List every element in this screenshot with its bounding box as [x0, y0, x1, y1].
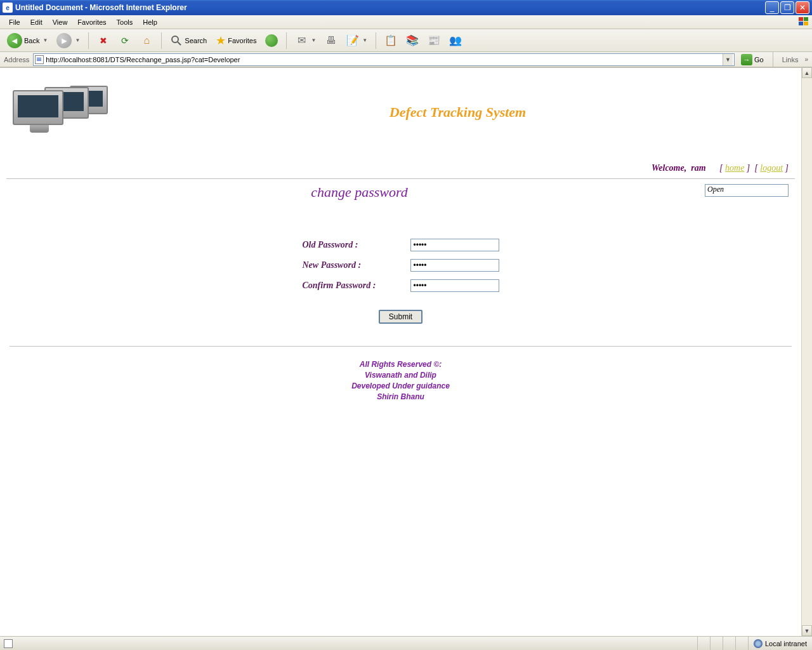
- svg-rect-1: [804, 17, 808, 21]
- menu-help[interactable]: Help: [138, 17, 162, 28]
- row-old-password: Old Password :: [303, 239, 499, 251]
- page-content: Defect Tracking System Welcome, ram [ ho…: [0, 68, 801, 409]
- footer-line1: All Rights Reserved ©:: [6, 359, 795, 370]
- zone-icon: [754, 639, 763, 648]
- chevron-down-icon: ▼: [75, 37, 80, 43]
- label-old-password: Old Password :: [303, 240, 410, 250]
- menu-view[interactable]: View: [48, 17, 73, 28]
- row-new-password: New Password :: [303, 259, 499, 272]
- go-label: Go: [754, 56, 764, 63]
- input-new-password[interactable]: [410, 259, 499, 272]
- print-icon: 🖶: [325, 34, 337, 47]
- close-button[interactable]: ✕: [796, 1, 809, 14]
- form-area: change password Old Password : New Passw…: [6, 184, 795, 324]
- go-button[interactable]: → Go: [738, 53, 766, 66]
- open-select[interactable]: Open: [705, 184, 789, 197]
- toolbar-separator: [773, 51, 773, 68]
- statusbar: Local intranet: [0, 636, 812, 650]
- page-header: Defect Tracking System: [6, 81, 795, 144]
- mail-icon: ✉: [295, 34, 308, 47]
- back-button[interactable]: ◄ Back ▼: [4, 31, 51, 50]
- svg-point-4: [172, 36, 178, 43]
- form-rows: Old Password : New Password : Confirm Pa…: [303, 239, 499, 324]
- home-button[interactable]: ⌂: [137, 32, 156, 49]
- history-button[interactable]: [262, 32, 281, 49]
- submit-row: Submit: [303, 310, 499, 324]
- chevron-down-icon: ▼: [43, 37, 48, 43]
- svg-rect-2: [799, 22, 803, 25]
- label-confirm-password: Confirm Password :: [303, 281, 410, 291]
- chevron-down-icon: ▼: [311, 37, 316, 43]
- favorites-label: Favorites: [228, 37, 256, 44]
- toolbar-separator: [88, 32, 89, 49]
- monitors-image: [6, 81, 121, 144]
- related-icon: 📰: [428, 34, 440, 47]
- form-title: change password: [0, 184, 795, 201]
- messenger-button[interactable]: 👥: [446, 32, 465, 49]
- refresh-icon: ⟳: [119, 34, 131, 47]
- mail-button[interactable]: ✉▼: [292, 32, 319, 49]
- edit-icon: 📝: [346, 34, 359, 47]
- toolbar: ◄ Back ▼ ► ▼ ✖ ⟳ ⌂ Search ★ Favorites ✉▼…: [0, 29, 812, 52]
- vertical-scrollbar[interactable]: ▲ ▼: [801, 67, 812, 636]
- research-button[interactable]: 📚: [403, 32, 422, 49]
- window-title: Untitled Document - Microsoft Internet E…: [15, 3, 765, 12]
- discuss-button[interactable]: 📋: [381, 32, 400, 49]
- toolbar-separator: [161, 32, 162, 49]
- svg-rect-0: [799, 17, 803, 21]
- toolbar-separator: [286, 32, 287, 49]
- ie-icon: e: [3, 3, 13, 13]
- stop-button[interactable]: ✖: [94, 32, 113, 49]
- window-titlebar: e Untitled Document - Microsoft Internet…: [0, 0, 812, 15]
- search-label: Search: [185, 37, 207, 44]
- window-buttons: _ ❐ ✕: [765, 1, 809, 14]
- welcome-bar: Welcome, ram [ home ] [ logout ]: [6, 163, 795, 179]
- label-new-password: New Password :: [303, 260, 410, 270]
- scroll-up-button[interactable]: ▲: [802, 67, 812, 78]
- address-label: Address: [4, 56, 29, 63]
- menu-tools[interactable]: Tools: [112, 17, 138, 28]
- address-input-wrap[interactable]: ▼: [33, 53, 735, 66]
- favorites-button[interactable]: ★ Favorites: [213, 32, 259, 50]
- zone-label: Local intranet: [765, 640, 807, 647]
- submit-button[interactable]: Submit: [379, 310, 422, 324]
- windows-flag-icon: [798, 17, 809, 27]
- row-confirm-password: Confirm Password :: [303, 279, 499, 292]
- related-button[interactable]: 📰: [424, 32, 443, 49]
- input-old-password[interactable]: [410, 239, 499, 251]
- history-icon: [265, 34, 278, 47]
- maximize-button[interactable]: ❐: [780, 1, 794, 14]
- toolbar-separator: [376, 32, 376, 49]
- address-input[interactable]: [46, 56, 723, 63]
- logout-link[interactable]: logout: [760, 163, 783, 173]
- star-icon: ★: [216, 34, 226, 48]
- print-button[interactable]: 🖶: [322, 32, 341, 49]
- links-label[interactable]: Links: [780, 56, 801, 63]
- chevron-down-icon: ▼: [362, 37, 367, 43]
- home-link[interactable]: home: [725, 163, 744, 173]
- links-expand-icon[interactable]: »: [804, 56, 808, 63]
- forward-button[interactable]: ► ▼: [53, 31, 83, 50]
- statusbar-separators: [697, 637, 748, 651]
- menu-edit[interactable]: Edit: [25, 17, 48, 28]
- divider: [10, 346, 792, 347]
- welcome-label: Welcome, ram: [652, 163, 706, 173]
- messenger-icon: 👥: [449, 34, 462, 47]
- statusbar-left: [0, 639, 697, 648]
- address-dropdown[interactable]: ▼: [723, 54, 733, 65]
- minimize-button[interactable]: _: [765, 1, 779, 14]
- page-footer: All Rights Reserved ©: Viswanath and Dil…: [6, 359, 795, 402]
- refresh-button[interactable]: ⟳: [115, 32, 134, 49]
- search-button[interactable]: Search: [167, 32, 210, 49]
- viewport: Defect Tracking System Welcome, ram [ ho…: [0, 67, 812, 636]
- menu-favorites[interactable]: Favorites: [72, 17, 111, 28]
- menu-file[interactable]: File: [4, 17, 25, 28]
- footer-line4: Shirin Bhanu: [6, 392, 795, 402]
- app-title: Defect Tracking System: [121, 104, 795, 121]
- input-confirm-password[interactable]: [410, 279, 499, 292]
- scroll-down-button[interactable]: ▼: [802, 625, 812, 636]
- edit-button[interactable]: 📝▼: [343, 32, 370, 49]
- svg-rect-3: [804, 22, 808, 25]
- page-icon: [4, 639, 13, 648]
- research-icon: 📚: [406, 34, 419, 47]
